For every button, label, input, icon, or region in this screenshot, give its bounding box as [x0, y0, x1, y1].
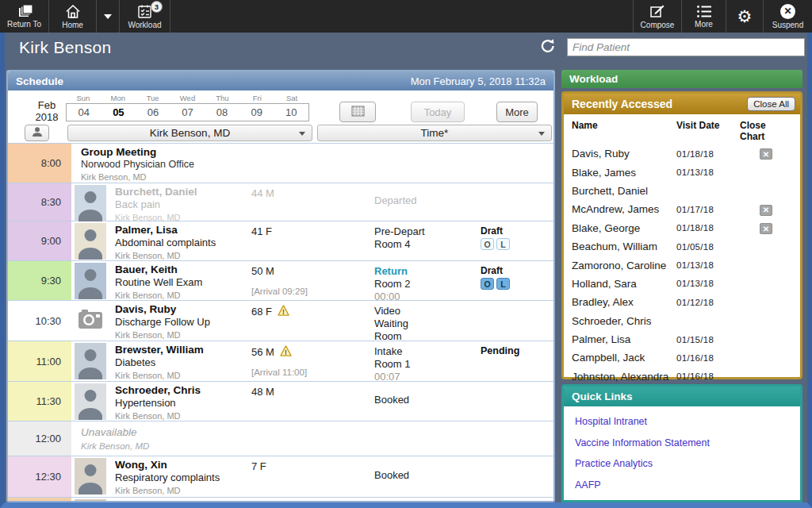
- calendar-icon: [351, 106, 365, 119]
- recent-patient-row[interactable]: Blake, George 01/18/18 ✕: [564, 219, 800, 237]
- recent-patient-row[interactable]: Beachum, William 01/05/18: [564, 237, 800, 256]
- time-dropdown[interactable]: Time*: [317, 125, 552, 141]
- recent-patient-name: McAndrew, James: [572, 203, 676, 215]
- age-sex: 41 F: [251, 225, 374, 237]
- appointment-status: Room: [374, 330, 477, 342]
- schedule-row[interactable]: 9:00 Palmer, Lisa Abdominal complaints K…: [8, 221, 553, 261]
- age-sex: 7 F: [251, 460, 374, 472]
- schedule-row[interactable]: 11:00 Brewster, William Diabetes Kirk Be…: [8, 341, 553, 382]
- close-all-button[interactable]: Close All: [747, 97, 795, 111]
- visit-reason: Discharge Follow Up: [115, 316, 251, 328]
- slot-time: 11:00: [8, 341, 71, 381]
- close-chart-button[interactable]: ✕: [760, 205, 772, 216]
- recent-patient-row[interactable]: Bradley, Alex 01/12/18: [564, 293, 800, 311]
- recent-patient-row[interactable]: Holland, Sara 01/13/18: [564, 275, 800, 293]
- quick-links-panel: Quick Links Hospital IntranetVaccine Inf…: [561, 384, 802, 502]
- recent-patient-row[interactable]: Davis, Ruby 01/18/18 ✕: [564, 144, 800, 163]
- schedule-row[interactable]: 11:30 Schroeder, Chris Hypertension Kirk…: [8, 382, 553, 421]
- slot-time: 10:30: [8, 301, 71, 341]
- return-to-button[interactable]: Return To: [0, 0, 49, 33]
- schedule-row[interactable]: 10:30 Davis, Ruby Discharge Follow Up Ki…: [8, 301, 553, 341]
- day-name: Wed: [170, 94, 205, 102]
- recent-patient-row[interactable]: Burchett, Daniel: [564, 182, 800, 200]
- calendar-button[interactable]: [339, 102, 376, 122]
- recent-patient-row[interactable]: McAndrew, James 01/17/18 ✕: [564, 200, 800, 218]
- day-name: Sun: [66, 94, 101, 102]
- age-sex: 56 M!: [251, 345, 374, 359]
- gear-icon: ⚙: [737, 8, 753, 25]
- avatar-cell: [71, 301, 109, 341]
- slot-time: [8, 498, 71, 501]
- nav-spacer: [170, 0, 633, 33]
- day-number[interactable]: 10: [274, 104, 308, 121]
- recent-patient-row[interactable]: Zamorono, Caroline 01/13/18: [564, 256, 800, 274]
- patient-photo: [75, 343, 106, 379]
- schedule-row[interactable]: 8:30 Burchett, Daniel Back pain Kirk Ben…: [8, 183, 553, 221]
- quick-link[interactable]: Vaccine Information Statement: [575, 437, 800, 448]
- day-number[interactable]: 05: [102, 104, 136, 121]
- schedule-row[interactable]: 12:30 Wong, Xin Respiratory complaints K…: [8, 456, 553, 498]
- close-chart-button[interactable]: ✕: [760, 148, 772, 160]
- schedule-row[interactable]: 12:00 Unavailable Kirk Benson, MD: [8, 421, 553, 456]
- recent-patient-row[interactable]: Palmer, Lisa 01/15/18: [564, 330, 800, 348]
- recent-patient-row[interactable]: Schroeder, Chris: [564, 312, 800, 330]
- day-number[interactable]: 07: [170, 104, 205, 121]
- avatar-cell: [71, 382, 109, 421]
- recent-visit-date: 01/12/18: [676, 298, 740, 307]
- visit-reason: Routine Well Exam: [115, 276, 251, 288]
- settings-gear-button[interactable]: ⚙: [726, 0, 764, 33]
- warning-icon: !: [280, 345, 292, 359]
- draft-badge[interactable]: O: [481, 278, 494, 290]
- provider-dropdown[interactable]: Kirk Benson, MD: [67, 125, 312, 141]
- schedule-row[interactable]: Buchanan, Caroline 73 F!: [8, 498, 553, 501]
- day-number[interactable]: 04: [67, 104, 102, 121]
- workload-panel-header[interactable]: Workload: [561, 70, 802, 88]
- schedule-row[interactable]: 9:30 Bauer, Keith Routine Well Exam Kirk…: [8, 261, 553, 301]
- draft-badge[interactable]: O: [481, 238, 494, 250]
- recent-patient-row[interactable]: Blake, James 01/13/18: [564, 163, 800, 181]
- quick-link[interactable]: Practice Analytics: [575, 458, 800, 469]
- provider-person-button[interactable]: [25, 125, 49, 141]
- quick-link[interactable]: Hospital Intranet: [575, 416, 800, 427]
- patient-name: Palmer, Lisa: [115, 221, 251, 236]
- recent-patient-name: Blake, James: [572, 167, 676, 179]
- more-menu-button[interactable]: More: [682, 0, 726, 33]
- patient-photo: [75, 383, 106, 420]
- patient-photo: [75, 499, 106, 501]
- day-number[interactable]: 09: [239, 104, 274, 121]
- recent-visit-date: 01/16/18: [676, 353, 740, 363]
- appointment-status: 00:07: [374, 371, 477, 383]
- schedule-row[interactable]: 8:00 Group Meeting Norwood Physician Off…: [8, 144, 553, 183]
- schedule-more-button[interactable]: More: [496, 102, 538, 122]
- avatar-cell: [71, 261, 109, 300]
- schedule-controls: Feb 2018 SunMonTueWedThuFriSat 040506070…: [8, 90, 553, 144]
- recent-patient-name: Burchett, Daniel: [572, 185, 676, 197]
- quick-link[interactable]: CDC: [575, 500, 800, 502]
- close-chart-button[interactable]: ✕: [760, 223, 772, 234]
- slot-time: 8:00: [8, 144, 71, 183]
- home-label: Home: [62, 21, 83, 29]
- quick-link[interactable]: AAFP: [575, 479, 800, 491]
- home-dropdown-caret[interactable]: [97, 0, 120, 33]
- find-patient-input[interactable]: [567, 38, 805, 56]
- recently-accessed-panel: Recently Accessed Close All Name Visit D…: [561, 91, 802, 379]
- compose-button[interactable]: Compose: [633, 0, 682, 33]
- day-number[interactable]: 08: [205, 104, 239, 121]
- recent-patient-row[interactable]: Johnston, Alexandra 01/16/18: [564, 368, 800, 386]
- draft-badge[interactable]: L: [496, 278, 510, 290]
- more-label: More: [695, 20, 713, 29]
- chevron-down-icon: [299, 132, 305, 136]
- refresh-button[interactable]: [539, 37, 557, 57]
- provider-name: Kirk Benson, MD: [115, 411, 251, 421]
- quick-links-header: Quick Links: [564, 387, 800, 406]
- patient-name: Schroeder, Chris: [115, 382, 251, 396]
- today-button[interactable]: Today: [411, 102, 465, 122]
- workload-button[interactable]: Workload 3: [120, 0, 170, 33]
- day-number[interactable]: 06: [136, 104, 170, 121]
- draft-badge[interactable]: L: [496, 238, 510, 250]
- recent-patient-row[interactable]: Campbell, Jack 01/16/18: [564, 348, 800, 367]
- appointment-status: Video: [374, 305, 477, 317]
- home-button[interactable]: Home: [49, 0, 97, 33]
- suspend-button[interactable]: ✕ Suspend: [764, 0, 812, 33]
- slot-time: 12:00: [8, 421, 71, 456]
